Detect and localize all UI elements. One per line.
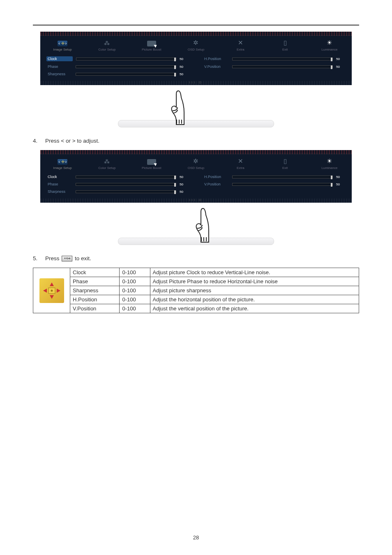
osd-screenshot-1: ‹› Image Setup ⁂ Color Setup Picture Boo… (40, 32, 352, 85)
cell-desc-phase: Adjust Picture Phase to reduce Horizonta… (150, 277, 359, 286)
cell-range-clock: 0-100 (120, 268, 150, 277)
tab-extra-label: Extra (237, 48, 244, 51)
step-5: 5. Press to exit. (33, 255, 359, 261)
osd-item-clock: Clock 50 (48, 56, 188, 61)
cell-name-hposition: H.Position (70, 295, 120, 304)
tab-picture-boost-label: Picture Boost (142, 48, 161, 51)
osd-item-sharpness: Sharpness 50 (48, 190, 188, 194)
tab-osd-setup-label: OSD Setup (188, 48, 204, 51)
tab-picture-boost: Picture Boost (129, 156, 174, 170)
osd-item-vposition: V.Position 50 (204, 182, 344, 186)
tab-color-setup: ⁂ Color Setup (85, 156, 129, 170)
tab-color-setup-label: Color Setup (98, 48, 115, 51)
tab-luminance-label: Luminance (321, 48, 337, 51)
osd-bottom-indicator: III O (189, 199, 203, 201)
step-5-text: Press to exit. (45, 255, 91, 261)
step-4-number: 4. (33, 138, 38, 144)
tab-exit: ▯ Exit (263, 37, 307, 51)
hand-icon (192, 207, 212, 243)
cell-name-phase: Phase (70, 277, 120, 286)
tab-image-setup-label: Image Setup (53, 48, 71, 51)
osd-item-clock: Clock 50 (48, 175, 188, 179)
step-4-text: Press < or > to adjust. (45, 138, 99, 144)
image-setup-big-icon (39, 278, 64, 303)
touch-illustration-2 (40, 206, 352, 245)
cell-name-sharpness: Sharpness (70, 286, 120, 295)
auto-exit-button-icon (62, 256, 72, 261)
cell-name-vposition: V.Position (70, 304, 120, 313)
tab-image-setup: ‹› Image Setup (40, 156, 85, 170)
tab-luminance: ☀ Luminance (307, 156, 352, 170)
cell-range-vposition: 0-100 (120, 304, 150, 313)
cell-desc-sharpness: Adjust picture sharpness (150, 286, 359, 295)
touch-illustration-1 (40, 88, 352, 127)
tab-exit-label: Exit (282, 48, 288, 51)
cell-desc-hposition: Adjust the horizontal position of the pi… (150, 295, 359, 304)
tab-exit: ▯ Exit (263, 156, 307, 170)
osd-item-vposition: V.Position 50 (204, 65, 344, 69)
tab-image-setup: ‹› Image Setup (40, 37, 85, 51)
tab-extra: ✕ Extra (218, 37, 263, 51)
tab-osd-setup: ✲ OSD Setup (174, 37, 218, 51)
osd-item-hposition: H.Position 50 (204, 175, 344, 179)
tab-luminance: ☀ Luminance (307, 37, 352, 51)
osd-bottom-indicator: III O (189, 81, 203, 84)
cell-range-sharpness: 0-100 (120, 286, 150, 295)
spec-table-icon-cell (33, 268, 70, 313)
svg-point-1 (51, 289, 53, 291)
spec-table: Clock 0-100 Adjust picture Clock to redu… (33, 268, 359, 313)
tab-osd-setup: ✲ OSD Setup (174, 156, 218, 170)
tab-color-setup: ⁂ Color Setup (85, 37, 129, 51)
tab-extra: ✕ Extra (218, 156, 263, 170)
cell-range-phase: 0-100 (120, 277, 150, 286)
cell-desc-clock: Adjust picture Clock to reduce Vertical-… (150, 268, 359, 277)
page-number: 28 (0, 534, 392, 541)
osd-item-hposition: H.Position 50 (204, 56, 344, 61)
osd-item-phase: Phase 50 (48, 65, 188, 69)
cell-name-clock: Clock (70, 268, 120, 277)
tab-picture-boost: Picture Boost (129, 37, 174, 51)
osd-item-sharpness: Sharpness 50 (48, 72, 188, 76)
hand-icon (168, 89, 187, 125)
step-5-number: 5. (33, 255, 38, 261)
osd-item-phase: Phase 50 (48, 182, 188, 186)
cell-range-hposition: 0-100 (120, 295, 150, 304)
cell-desc-vposition: Adjust the vertical position of the pict… (150, 304, 359, 313)
osd-screenshot-2: ‹› Image Setup ⁂ Color Setup Picture Boo… (40, 150, 352, 203)
step-4: 4. Press < or > to adjust. (33, 138, 359, 144)
